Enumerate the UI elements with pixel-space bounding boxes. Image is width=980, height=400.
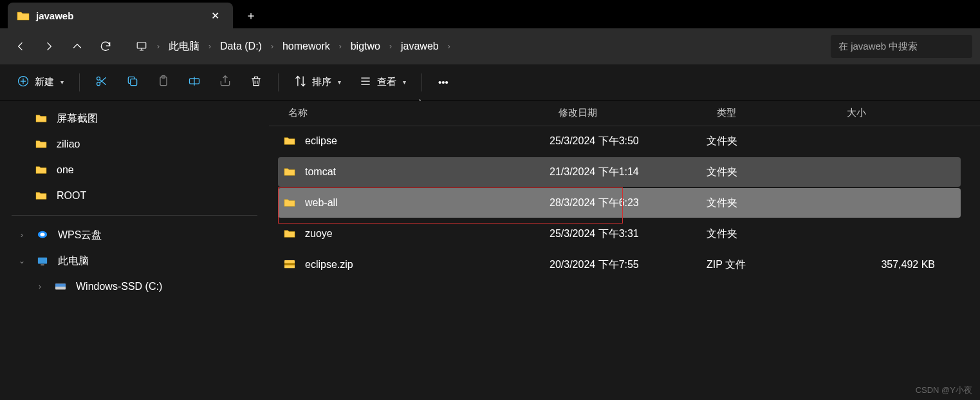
sort-button[interactable]: 排序 ▾: [288, 70, 347, 95]
chevron-right-icon: ›: [445, 42, 453, 51]
crumb-3[interactable]: javaweb: [394, 37, 445, 56]
scissors-icon: [95, 75, 108, 90]
share-button[interactable]: [212, 70, 238, 95]
sidebar-item[interactable]: 屏幕截图: [0, 106, 269, 131]
sort-icon: [294, 75, 307, 90]
file-name: tomcat: [305, 166, 336, 178]
file-row[interactable]: eclipse25/3/2024 下午3:50文件夹: [278, 126, 961, 156]
separator: [12, 215, 257, 216]
crumb-2[interactable]: bigtwo: [344, 37, 387, 56]
file-date: 28/3/2024 下午6:23: [550, 196, 707, 210]
new-tab-button[interactable]: ＋: [238, 3, 264, 28]
folder-icon: [35, 191, 48, 201]
sidebar: 屏幕截图ziliaooneROOT ›WPS云盘⌄此电脑›Windows-SSD…: [0, 100, 269, 400]
list-icon: [359, 75, 372, 90]
file-name: web-all: [305, 197, 338, 209]
sidebar-item[interactable]: ziliao: [0, 131, 269, 157]
crumb-0[interactable]: Data (D:): [214, 37, 268, 56]
chevron-right-icon: ›: [387, 42, 394, 51]
tab-current[interactable]: javaweb ✕: [8, 3, 233, 28]
back-button[interactable]: [8, 33, 33, 59]
tab-title: javaweb: [36, 10, 199, 21]
paste-icon: [157, 75, 170, 90]
sidebar-item-label: 此电脑: [58, 254, 89, 268]
chevron-icon: ›: [35, 282, 45, 291]
col-size[interactable]: 大小: [838, 107, 980, 119]
chevron-down-icon: ▾: [338, 79, 341, 86]
file-date: 20/3/2024 下午7:55: [550, 258, 707, 272]
copy-button[interactable]: [120, 70, 145, 95]
sidebar-item-label: one: [57, 164, 74, 176]
view-button[interactable]: 查看 ▾: [353, 70, 412, 95]
folder-icon: [283, 198, 296, 208]
sidebar-item[interactable]: one: [0, 157, 269, 183]
file-list: ˄ 名称 修改日期 类型 大小 eclipse25/3/2024 下午3:50文…: [269, 100, 980, 400]
delete-button[interactable]: [243, 70, 269, 95]
paste-button[interactable]: [151, 70, 176, 95]
folder-icon: [283, 229, 296, 239]
sidebar-item-label: ROOT: [57, 190, 86, 202]
view-label: 查看: [377, 76, 396, 88]
rename-button[interactable]: [181, 70, 207, 95]
chevron-right-icon: ›: [268, 42, 276, 51]
col-name[interactable]: 名称: [269, 107, 550, 119]
sidebar-item[interactable]: ›Windows-SSD (C:): [0, 274, 269, 300]
sidebar-item[interactable]: ROOT: [0, 183, 269, 209]
refresh-button[interactable]: [93, 33, 118, 59]
close-icon[interactable]: ✕: [206, 6, 224, 24]
search-input[interactable]: 在 javaweb 中搜索: [831, 35, 972, 58]
rename-icon: [188, 75, 201, 90]
share-icon: [219, 75, 232, 90]
sidebar-item[interactable]: ⌄此电脑: [0, 248, 269, 274]
more-button[interactable]: •••: [431, 70, 456, 95]
address-bar: › 此电脑 › Data (D:) › homework › bigtwo › …: [0, 28, 980, 64]
file-row[interactable]: eclipse.zip20/3/2024 下午7:55ZIP 文件357,492…: [278, 250, 961, 280]
file-type: 文件夹: [707, 227, 837, 241]
file-size: 357,492 KB: [837, 259, 961, 271]
breadcrumb[interactable]: › 此电脑 › Data (D:) › homework › bigtwo › …: [126, 35, 823, 58]
folder-icon: [283, 136, 296, 146]
sort-indicator-icon: ˄: [418, 99, 421, 106]
zip-icon: [283, 260, 296, 270]
crumb-root[interactable]: 此电脑: [162, 36, 206, 57]
new-button[interactable]: 新建 ▾: [10, 70, 70, 95]
svg-point-8: [97, 77, 100, 80]
sidebar-item-label: ziliao: [57, 138, 80, 150]
copy-icon: [126, 75, 139, 90]
new-label: 新建: [35, 76, 54, 88]
file-type: 文件夹: [707, 135, 837, 148]
chevron-icon: ⌄: [17, 256, 27, 265]
sidebar-item-label: WPS云盘: [58, 229, 102, 242]
sidebar-item-label: Windows-SSD (C:): [76, 281, 162, 292]
col-type[interactable]: 类型: [708, 107, 838, 119]
pc-icon: [36, 256, 49, 266]
crumb-1[interactable]: homework: [276, 37, 337, 56]
svg-point-9: [97, 82, 100, 86]
chevron-down-icon: ▾: [403, 79, 406, 86]
file-row[interactable]: zuoye25/3/2024 下午3:31文件夹: [278, 219, 961, 249]
up-button[interactable]: [64, 33, 90, 59]
file-name: eclipse: [305, 135, 337, 147]
forward-button[interactable]: [36, 33, 62, 59]
watermark: CSDN @Y小夜: [916, 385, 972, 396]
chevron-icon: ›: [17, 231, 27, 240]
chevron-down-icon: ▾: [60, 79, 64, 86]
pc-icon[interactable]: [129, 33, 154, 59]
file-type: 文件夹: [707, 166, 837, 179]
chevron-right-icon: ›: [154, 42, 162, 51]
search-placeholder: 在 javaweb 中搜索: [838, 41, 918, 53]
trash-icon: [250, 75, 263, 90]
file-row[interactable]: tomcat21/3/2024 下午1:14文件夹: [278, 157, 961, 187]
sidebar-item-label: 屏幕截图: [57, 112, 98, 126]
separator: [278, 73, 279, 91]
cut-button[interactable]: [89, 70, 115, 95]
col-date[interactable]: 修改日期: [550, 107, 708, 119]
tab-bar: javaweb ✕ ＋: [0, 0, 980, 28]
file-row[interactable]: web-all28/3/2024 下午6:23文件夹: [278, 188, 961, 218]
toolbar: 新建 ▾ 排序 ▾ 查看 ▾ •••: [0, 64, 980, 100]
sidebar-item[interactable]: ›WPS云盘: [0, 222, 269, 248]
svg-rect-10: [131, 79, 137, 86]
chevron-right-icon: ›: [206, 42, 214, 51]
ellipsis-icon: •••: [438, 77, 448, 88]
folder-icon: [17, 10, 30, 21]
